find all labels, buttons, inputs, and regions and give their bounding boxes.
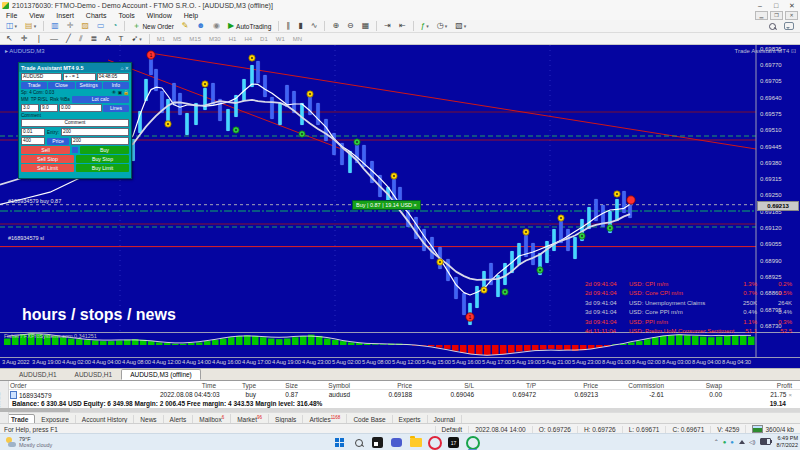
terminal-scrollbar[interactable]: [0, 408, 800, 412]
taskbar-opera-icon[interactable]: [427, 435, 442, 450]
bar-chart-icon[interactable]: ∥: [283, 20, 293, 33]
search-icon[interactable]: [769, 23, 776, 30]
indicators-icon[interactable]: ƒ▾: [418, 20, 432, 33]
menu-file[interactable]: File: [0, 12, 23, 19]
text-icon[interactable]: A: [102, 32, 113, 45]
lot-size-field[interactable]: 0.01: [21, 128, 45, 136]
line-chart-icon[interactable]: ∿: [308, 20, 321, 33]
terminal-column-header[interactable]: Symbol: [302, 381, 354, 389]
taskbar-tradingview-icon[interactable]: 17: [446, 435, 461, 450]
timeframe-d1[interactable]: D1: [256, 33, 272, 45]
risk-field[interactable]: 0.00: [59, 104, 102, 112]
settings-tab-button[interactable]: Settings: [76, 82, 102, 89]
options-icon[interactable]: ◉: [210, 20, 223, 33]
zoom-out-icon[interactable]: ⊖: [344, 20, 357, 33]
candlestick-chart-icon[interactable]: ▮: [295, 20, 305, 33]
tray-chevron-icon[interactable]: ⌃: [714, 438, 719, 445]
chart-area[interactable]: 11 ▸ AUDUSD,M3 Trade Assistant MT4 ⊡ hou…: [0, 45, 800, 368]
chart-tab[interactable]: AUDUSD,H1: [66, 369, 122, 380]
taskbar-search-icon[interactable]: [351, 435, 366, 450]
chart-minimize-button[interactable]: ▁: [755, 11, 768, 20]
equidistant-channel-icon[interactable]: ⫽: [76, 32, 86, 45]
terminal-column-header[interactable]: Price: [354, 381, 416, 389]
menu-view[interactable]: View: [23, 12, 50, 19]
timeframe-m30[interactable]: M30: [205, 33, 225, 45]
new-chart-icon[interactable]: ◫▾: [3, 20, 20, 33]
taskbar-clock[interactable]: 6:49 PM8/7/2022: [777, 435, 798, 448]
chat-icon[interactable]: [784, 22, 794, 30]
cursor-icon[interactable]: ↖: [3, 32, 16, 45]
chart-shift-icon[interactable]: ⇤: [396, 20, 409, 33]
close-tab-button[interactable]: Close: [48, 82, 74, 89]
close-position-icon[interactable]: ×: [788, 392, 792, 398]
chart-restore-button[interactable]: ❐: [770, 11, 783, 20]
terminal-column-header[interactable]: Swap: [668, 381, 726, 389]
sell-button[interactable]: Sell: [21, 146, 70, 154]
maximize-button[interactable]: □: [768, 2, 784, 10]
text-label-icon[interactable]: T: [116, 32, 127, 45]
expert-advisors-icon[interactable]: ☻: [194, 20, 208, 33]
symbol-field[interactable]: AUDUSD: [21, 73, 62, 81]
menu-window[interactable]: Window: [141, 12, 178, 19]
trade-assistant-title[interactable]: Trade Assistant MT4 9.5⌂ ✕: [19, 63, 131, 72]
open-position-tag[interactable]: Buy | 0.87 | 19.14 USD ×: [352, 200, 421, 210]
timeframe-w1[interactable]: W1: [272, 33, 289, 45]
comment-button[interactable]: Comment: [21, 119, 129, 127]
terminal-panel-icon[interactable]: ▭: [94, 20, 108, 33]
terminal-column-header[interactable]: Type: [220, 381, 260, 389]
symbol-controls[interactable]: + - = 1: [63, 73, 95, 81]
templates-icon[interactable]: ▧▾: [452, 20, 469, 33]
price-button[interactable]: Price: [47, 138, 69, 145]
menu-tools[interactable]: Tools: [112, 12, 140, 19]
open-order-row[interactable]: 1689345792022.08.08 04:45:03buy0.87audus…: [0, 390, 800, 399]
sl-field[interactable]: 9.0: [40, 104, 58, 112]
timeframe-mn[interactable]: MN: [289, 33, 306, 45]
chart-tab[interactable]: AUDUSD,H1: [10, 369, 66, 380]
fibonacci-icon[interactable]: ≣: [88, 32, 101, 45]
terminal-column-header[interactable]: S/L: [416, 381, 478, 389]
terminal-column-header[interactable]: T/P: [478, 381, 540, 389]
order-mode-checkbox[interactable]: [72, 147, 78, 153]
minimize-button[interactable]: –: [752, 2, 768, 10]
tile-windows-icon[interactable]: ▦: [359, 20, 373, 33]
vertical-line-icon[interactable]: ❘: [32, 32, 45, 45]
timeframe-m5[interactable]: M5: [169, 33, 185, 45]
arrows-icon[interactable]: ➹▾: [128, 32, 144, 45]
volume-icon[interactable]: ◁): [749, 438, 756, 445]
buy-limit-button[interactable]: Buy Limit: [76, 164, 129, 172]
profiles-icon[interactable]: ▤▾: [22, 20, 39, 33]
chart-tab[interactable]: AUDUSD,M3 (offline): [121, 369, 201, 380]
terminal-column-header[interactable]: Order: [10, 381, 160, 389]
sell-limit-button[interactable]: Sell Limit: [21, 164, 74, 172]
sell-stop-button[interactable]: Sell Stop: [21, 155, 74, 163]
buy-stop-button[interactable]: Buy Stop: [76, 155, 129, 163]
entry-field[interactable]: 200: [61, 128, 129, 136]
lines-button[interactable]: Lines: [103, 105, 129, 112]
terminal-column-header[interactable]: Commission: [602, 381, 668, 389]
panel-mini-icons[interactable]: 👁 ▣ 🔒: [112, 90, 129, 95]
wifi-icon[interactable]: [738, 439, 745, 444]
trendline-icon[interactable]: ╱: [63, 32, 74, 45]
mm-label[interactable]: MM: [21, 97, 29, 102]
crosshair-icon[interactable]: ✛: [18, 32, 31, 45]
menu-help[interactable]: Help: [178, 12, 204, 19]
auto-scroll-icon[interactable]: ⇥: [381, 20, 394, 33]
lot-calc-button[interactable]: Lot calc: [72, 96, 129, 103]
timeframe-h4[interactable]: H4: [240, 33, 256, 45]
terminal-column-header[interactable]: Time: [160, 381, 220, 389]
taskbar-dark-app-icon[interactable]: [370, 435, 385, 450]
periods-icon[interactable]: ◷▾: [434, 20, 451, 33]
points-field[interactable]: 400: [21, 137, 45, 145]
taskbar-green-app-icon[interactable]: [465, 435, 480, 450]
timeframe-m15[interactable]: M15: [185, 33, 205, 45]
price-field[interactable]: 200: [71, 137, 129, 145]
data-window-icon[interactable]: ✛: [64, 20, 77, 33]
taskbar-start-icon[interactable]: [332, 435, 347, 450]
terminal-column-header[interactable]: Price: [540, 381, 602, 389]
strategy-tester-icon[interactable]: ◔: [110, 20, 121, 33]
new-order-button[interactable]: ＋New Order: [129, 20, 176, 33]
tray-cloud-icon[interactable]: ●: [730, 439, 734, 445]
metaeditor-icon[interactable]: ✎: [179, 20, 192, 33]
tray-shield-icon[interactable]: ●: [723, 439, 727, 445]
navigator-icon[interactable]: ▨: [78, 20, 92, 33]
